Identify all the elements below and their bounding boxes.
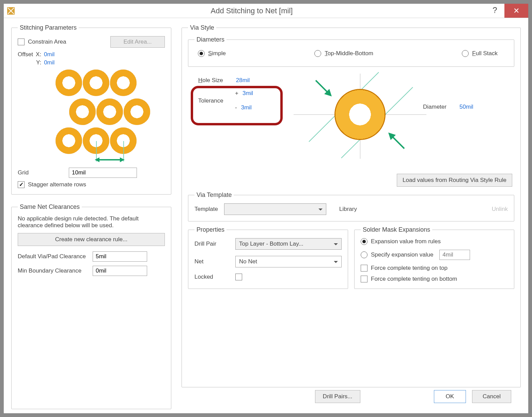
diameters-tmb-radio[interactable]: Top-Middle-Bottom	[314, 50, 373, 57]
specify-expansion-label: Specify expansion value	[371, 251, 433, 258]
via-style-group: Via Style Diameters Simple Top-Middle-Bo…	[182, 24, 521, 387]
offset-x-value[interactable]: 0mil	[44, 51, 54, 58]
simple-label-rest: imple	[212, 50, 226, 57]
checkbox-icon	[361, 276, 367, 282]
offset-y-label: Y:	[36, 59, 41, 66]
checkbox-icon	[361, 265, 367, 272]
load-via-style-rule-button[interactable]: Load values from Routing Via Style Rule	[397, 174, 512, 187]
radio-icon	[361, 251, 367, 258]
help-button[interactable]: ?	[485, 4, 504, 18]
stagger-checkbox[interactable]: Stagger alternate rows	[18, 181, 165, 188]
via-style-legend: Via Style	[188, 24, 216, 31]
properties-group: Properties Drill Pair Top Layer - Bottom…	[188, 226, 348, 289]
specify-expansion-radio[interactable]: Specify expansion value	[361, 250, 508, 260]
offset-y-value[interactable]: 0mil	[44, 59, 54, 66]
stitching-legend: Stitching Parameters	[18, 24, 79, 31]
unlink-button[interactable]: Unlink	[492, 206, 508, 213]
locked-label: Locked	[194, 274, 232, 280]
same-net-clearances-group: Same Net Clearances No applicable design…	[11, 203, 171, 409]
fullstack-label-rest: ull Stack	[476, 50, 498, 57]
close-button[interactable]: ✕	[504, 4, 528, 18]
diameters-full-stack-radio[interactable]: Full Stack	[462, 50, 498, 57]
radio-icon	[314, 50, 321, 57]
hole-size-label-rest: ole Size	[202, 77, 223, 83]
template-label: Template	[194, 206, 218, 213]
template-select[interactable]	[224, 203, 326, 215]
cancel-button[interactable]: Cancel	[472, 390, 511, 403]
tmb-label-rest: op-Middle-Bottom	[328, 50, 373, 57]
clearance-message: No applicable design rule detected. The …	[18, 215, 154, 229]
min-boundary-label: Min Boundary Clearance	[18, 267, 89, 274]
diameters-group: Diameters Simple Top-Middle-Bottom Fu	[188, 36, 514, 67]
locked-checkbox[interactable]	[235, 274, 242, 280]
expansion-from-rules-label: Expansion value from rules	[371, 238, 441, 245]
radio-icon	[361, 238, 367, 245]
checkbox-icon	[18, 38, 25, 45]
spacing-arrow-icon	[95, 156, 125, 164]
diameters-simple-radio[interactable]: Simple	[198, 50, 226, 57]
net-value: No Net	[239, 258, 257, 265]
drill-pair-select[interactable]: Top Layer - Bottom Lay...	[235, 238, 342, 250]
via-diagram	[290, 70, 433, 166]
net-select[interactable]: No Net	[235, 256, 342, 267]
drill-pair-value: Top Layer - Bottom Lay...	[239, 241, 303, 247]
solder-mask-group: Solder Mask Expansions Expansion value f…	[354, 226, 514, 289]
clearances-legend: Same Net Clearances	[18, 203, 82, 211]
svg-marker-3	[120, 157, 125, 162]
radio-icon	[462, 50, 469, 57]
create-clearance-rule-button[interactable]: Create new clearance rule...	[18, 233, 165, 246]
dialog-window: Add Stitching to Net [mil] ? ✕ Stitching…	[3, 3, 529, 414]
tent-bottom-checkbox[interactable]: Force complete tenting on bottom	[361, 276, 508, 282]
via-template-group: Via Template Template Library Unlink	[188, 191, 514, 221]
svg-marker-2	[95, 157, 99, 162]
tent-top-checkbox[interactable]: Force complete tenting on top	[361, 265, 508, 272]
constrain-area-label: Constrain Area	[28, 38, 66, 45]
drill-pair-label: Drill Pair	[194, 241, 232, 247]
grid-label: Grid	[18, 169, 65, 176]
expansion-from-rules-radio[interactable]: Expansion value from rules	[361, 238, 508, 245]
diameter-value[interactable]: 50mil	[459, 104, 473, 110]
ok-button[interactable]: OK	[434, 390, 466, 403]
default-clearance-label: Default Via/Pad Clearance	[18, 253, 89, 260]
hole-size-value[interactable]: 28mil	[236, 77, 250, 84]
title-bar: Add Stitching to Net [mil] ? ✕	[4, 4, 528, 18]
net-label: Net	[194, 258, 232, 265]
highlight-annotation	[191, 86, 283, 125]
checkbox-icon	[18, 181, 25, 188]
via-template-legend: Via Template	[194, 191, 234, 199]
default-clearance-input[interactable]	[93, 251, 147, 262]
diameter-label: Diameter	[423, 104, 447, 110]
min-boundary-input[interactable]	[93, 266, 147, 276]
tent-bottom-label: Force complete tenting on bottom	[371, 276, 457, 282]
constrain-area-checkbox[interactable]: Constrain Area	[18, 38, 66, 45]
radio-icon	[198, 50, 205, 57]
dialog-title: Add Stitching to Net [mil]	[18, 4, 485, 18]
diameters-legend: Diameters	[194, 36, 226, 43]
offset-label: Offset	[18, 51, 33, 58]
grid-input[interactable]	[69, 168, 137, 178]
app-icon	[4, 4, 18, 18]
library-label: Library	[339, 206, 357, 213]
via-pattern-preview	[40, 70, 142, 165]
drill-pairs-button[interactable]: Drill Pairs...	[315, 390, 360, 403]
stagger-label: Stagger alternate rows	[28, 181, 86, 188]
edit-area-button[interactable]: Edit Area...	[110, 36, 165, 48]
offset-x-label: X:	[36, 51, 41, 58]
solder-legend: Solder Mask Expansions	[361, 226, 432, 233]
properties-legend: Properties	[194, 226, 226, 233]
specify-expansion-input[interactable]	[439, 250, 470, 260]
tent-top-label: Force complete tenting on top	[371, 265, 448, 272]
stitching-parameters-group: Stitching Parameters Constrain Area Edit…	[11, 24, 171, 195]
